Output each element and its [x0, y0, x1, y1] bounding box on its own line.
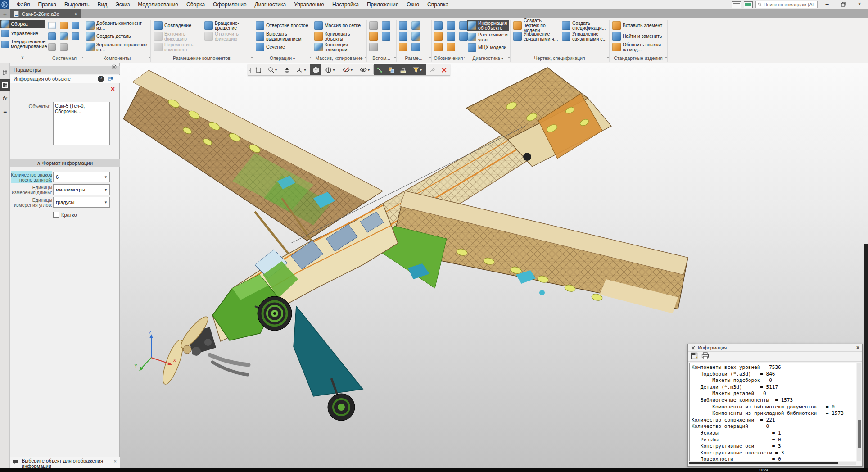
mode-tab-solid-modeling[interactable]: Твердотельное моделирование [0, 39, 45, 50]
information-report[interactable]: Компоненты всех уровней = 7536 Подсборки… [689, 363, 856, 461]
create-drawing-button[interactable]: Создать чертеж по модели [512, 20, 559, 31]
ghost-display-button[interactable]: ▾ [356, 64, 373, 75]
disable-fixation-button[interactable]: Отключить фиксацию [203, 31, 251, 41]
manage-linked-specs-button[interactable]: Управление связанными с... [561, 31, 608, 41]
hide-objects-button[interactable]: ▾ [339, 64, 356, 75]
new-document-button[interactable]: + [0, 9, 10, 18]
save-button[interactable] [70, 20, 80, 30]
create-part-button[interactable]: Создать деталь [85, 31, 149, 41]
panel-gear-icon[interactable] [111, 64, 117, 71]
mass-properties-button[interactable]: МЦХ модели [467, 43, 509, 52]
update-links-button[interactable]: Обновить ссылки на мод... [611, 42, 665, 52]
section-button[interactable]: Сечение [255, 42, 310, 52]
objects-list[interactable]: Сам-5 (Тел-0, Сборочны... [53, 102, 110, 145]
minimize-button[interactable]: – [820, 0, 834, 9]
move-component-button[interactable]: Переместить компонент [153, 42, 202, 52]
information-close-icon[interactable]: × [856, 345, 859, 351]
combo-arrow-icon[interactable]: ▾ [102, 200, 109, 204]
dim-linear-button[interactable] [398, 20, 408, 30]
coincidence-button[interactable]: Совпадение [153, 20, 202, 31]
menu-management[interactable]: Управление [290, 0, 328, 9]
menu-edit[interactable]: Правка [34, 0, 61, 9]
insert-element-button[interactable]: Вставить элемент [611, 20, 665, 31]
restore-button[interactable] [836, 0, 850, 9]
manage-linked-drawings-button[interactable]: Управление связанными ч... [512, 31, 559, 41]
note-cylinder-button[interactable] [433, 20, 443, 30]
note-flag-button[interactable] [433, 42, 443, 52]
find-replace-button[interactable]: Найти и заменить [611, 31, 665, 41]
aux-local-cs-button[interactable] [381, 31, 391, 41]
ribbon-collapse-chevron[interactable]: ∨ [0, 54, 45, 59]
wireframe-view-button[interactable]: ▾ [321, 64, 339, 75]
filter-button[interactable]: ▾ [409, 64, 426, 75]
menu-settings[interactable]: Настройка [328, 0, 363, 9]
zoom-fit-button[interactable] [281, 64, 293, 75]
information-window-titlebar[interactable]: Информация × [688, 344, 862, 352]
info-vertical-scrollbar[interactable] [857, 363, 861, 461]
model-belly-fin[interactable] [294, 306, 363, 396]
new-file-button[interactable] [47, 20, 57, 30]
dim-cond-button[interactable] [398, 42, 408, 52]
object-info-button[interactable]: Информация об объекте [467, 20, 509, 31]
simple-hole-button[interactable]: Отверстие простое [255, 20, 310, 31]
menu-sketch[interactable]: Эскиз [111, 0, 134, 9]
orientation-button[interactable]: ▾ [293, 64, 310, 75]
enable-fixation-button[interactable]: Включить фиксацию [153, 31, 202, 41]
fx-variables-icon[interactable]: fx [0, 93, 10, 104]
toolbar-drag-handle[interactable] [248, 64, 252, 75]
menu-modeling[interactable]: Моделирование [134, 0, 182, 9]
distance-angle-button[interactable]: Расстояние и угол [467, 32, 509, 42]
menu-applications[interactable]: Приложения [363, 0, 402, 9]
note-datum-button[interactable] [446, 31, 456, 41]
add-component-button[interactable]: Добавить компонент из... [85, 20, 149, 31]
command-options-icon[interactable] [108, 76, 114, 82]
close-toolbar-button[interactable] [438, 64, 450, 75]
open-file-button[interactable] [59, 20, 68, 30]
print-button[interactable] [47, 31, 57, 41]
mode-tab-management[interactable]: Управление [0, 29, 45, 38]
rotation-rotation-button[interactable]: Вращение-вращение [203, 20, 251, 31]
undo-button[interactable] [47, 42, 57, 52]
dim-angular-button[interactable] [398, 31, 408, 41]
menu-file[interactable]: Файл [13, 0, 34, 9]
main-menu-icon[interactable]: ≡ [0, 106, 10, 118]
mirror-component-button[interactable]: Зеркальное отражение ко... [85, 42, 149, 52]
dim-diameter-button[interactable] [411, 20, 420, 30]
search-input[interactable] [764, 2, 815, 7]
hint-close-icon[interactable]: × [114, 458, 117, 464]
info-horizontal-scrollbar[interactable] [689, 462, 856, 465]
menu-diagnostics[interactable]: Диагностика [251, 0, 290, 9]
dim-arrow-button[interactable] [411, 42, 420, 52]
preview-button[interactable] [59, 31, 68, 41]
menu-help[interactable]: Справка [423, 0, 452, 9]
local-frame-button[interactable] [252, 64, 264, 75]
decimal-places-combo[interactable]: 6▾ [53, 172, 110, 182]
grid-array-button[interactable]: Массив по сетке [313, 20, 365, 31]
cut-extrude-button[interactable]: Вырезать выдавливанием [255, 31, 310, 41]
close-button[interactable]: × [853, 0, 866, 9]
brief-checkbox[interactable] [53, 212, 59, 218]
note-mark-button[interactable] [446, 42, 456, 52]
group-operations-label[interactable]: Операции ▾ [253, 54, 312, 63]
help-icon[interactable]: ? [98, 76, 104, 82]
cancel-command-icon[interactable]: × [111, 86, 115, 93]
aux-offset-plane-button[interactable] [368, 31, 378, 41]
document-tab[interactable]: Сам-5-26ис.a3d × [10, 9, 81, 18]
dim-radial-button[interactable] [411, 31, 420, 41]
combo-arrow-icon[interactable]: ▾ [102, 187, 109, 192]
aux-axis-button[interactable] [381, 20, 391, 30]
constraints-display-button[interactable] [374, 64, 385, 75]
shaded-view-button[interactable] [310, 64, 321, 75]
menu-view[interactable]: Вид [93, 0, 111, 9]
model-right-wing[interactable] [381, 191, 688, 313]
screen-settings-icon[interactable] [744, 1, 753, 8]
aux-plane-button[interactable] [368, 20, 378, 30]
tab-close-icon[interactable]: × [75, 11, 77, 17]
menu-assembly[interactable]: Сборка [182, 0, 209, 9]
print-report-icon[interactable] [701, 352, 709, 361]
command-search[interactable] [755, 1, 818, 8]
stamp-mode-button[interactable] [397, 64, 409, 75]
mode-tab-assembly[interactable]: Сборка [0, 20, 45, 28]
zoom-button[interactable]: ▾ [264, 64, 281, 75]
window-layout-icon[interactable] [732, 1, 741, 8]
